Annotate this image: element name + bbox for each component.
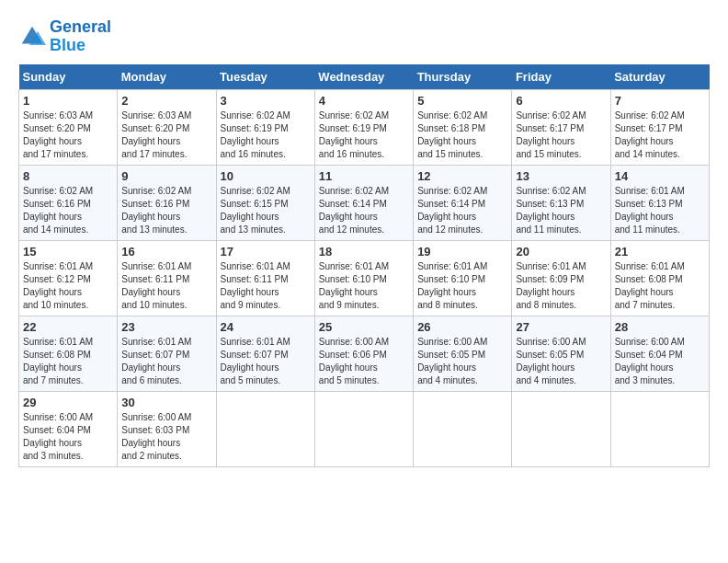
day-info: Sunrise: 6:02 AMSunset: 6:16 PMDaylight … — [23, 185, 113, 236]
day-number: 18 — [319, 245, 409, 259]
day-number: 8 — [23, 169, 113, 183]
day-info: Sunrise: 6:01 AMSunset: 6:08 PMDaylight … — [23, 336, 113, 387]
day-number: 10 — [221, 169, 311, 183]
calendar-cell: 15Sunrise: 6:01 AMSunset: 6:12 PMDayligh… — [19, 240, 118, 316]
calendar-cell: 27Sunrise: 6:00 AMSunset: 6:05 PMDayligh… — [512, 316, 610, 391]
calendar-cell — [216, 391, 314, 466]
day-number: 16 — [121, 245, 211, 259]
day-number: 7 — [615, 94, 705, 108]
calendar-cell — [314, 391, 413, 466]
day-number: 21 — [615, 245, 705, 259]
calendar-header-row: SundayMondayTuesdayWednesdayThursdayFrid… — [19, 64, 710, 90]
calendar-cell — [610, 391, 709, 466]
page-header: General Blue — [18, 18, 710, 55]
day-info: Sunrise: 6:01 AMSunset: 6:08 PMDaylight … — [615, 260, 705, 312]
day-number: 23 — [121, 320, 211, 334]
day-info: Sunrise: 6:02 AMSunset: 6:14 PMDaylight … — [319, 185, 409, 236]
calendar-day-header: Monday — [118, 64, 216, 90]
logo: General Blue — [18, 18, 111, 55]
day-info: Sunrise: 6:01 AMSunset: 6:12 PMDaylight … — [23, 260, 113, 312]
day-info: Sunrise: 6:00 AMSunset: 6:06 PMDaylight … — [319, 336, 409, 387]
calendar-table: SundayMondayTuesdayWednesdayThursdayFrid… — [18, 64, 710, 467]
day-info: Sunrise: 6:01 AMSunset: 6:07 PMDaylight … — [121, 336, 211, 387]
calendar-cell: 1Sunrise: 6:03 AMSunset: 6:20 PMDaylight… — [19, 89, 118, 165]
day-number: 17 — [221, 245, 311, 259]
day-info: Sunrise: 6:02 AMSunset: 6:19 PMDaylight … — [319, 109, 409, 161]
calendar-cell: 25Sunrise: 6:00 AMSunset: 6:06 PMDayligh… — [314, 316, 413, 391]
calendar-cell: 18Sunrise: 6:01 AMSunset: 6:10 PMDayligh… — [314, 240, 413, 316]
day-info: Sunrise: 6:00 AMSunset: 6:04 PMDaylight … — [23, 411, 113, 463]
calendar-cell: 10Sunrise: 6:02 AMSunset: 6:15 PMDayligh… — [216, 165, 314, 240]
calendar-cell: 29Sunrise: 6:00 AMSunset: 6:04 PMDayligh… — [19, 391, 118, 466]
logo-icon — [18, 23, 46, 51]
calendar-week-row: 15Sunrise: 6:01 AMSunset: 6:12 PMDayligh… — [19, 240, 710, 316]
day-number: 15 — [23, 245, 113, 259]
calendar-cell: 26Sunrise: 6:00 AMSunset: 6:05 PMDayligh… — [414, 316, 512, 391]
day-number: 5 — [417, 94, 507, 108]
day-number: 11 — [319, 169, 409, 183]
calendar-day-header: Saturday — [610, 64, 709, 90]
logo-text: General Blue — [50, 18, 111, 55]
day-number: 29 — [23, 396, 113, 409]
day-number: 4 — [319, 94, 409, 108]
day-info: Sunrise: 6:01 AMSunset: 6:13 PMDaylight … — [615, 185, 705, 236]
calendar-week-row: 8Sunrise: 6:02 AMSunset: 6:16 PMDaylight… — [19, 165, 710, 240]
day-number: 14 — [615, 169, 705, 183]
calendar-cell: 17Sunrise: 6:01 AMSunset: 6:11 PMDayligh… — [216, 240, 314, 316]
calendar-cell: 13Sunrise: 6:02 AMSunset: 6:13 PMDayligh… — [512, 165, 610, 240]
day-number: 1 — [23, 94, 113, 108]
day-info: Sunrise: 6:02 AMSunset: 6:18 PMDaylight … — [417, 109, 507, 161]
day-info: Sunrise: 6:00 AMSunset: 6:05 PMDaylight … — [516, 336, 606, 387]
calendar-cell: 4Sunrise: 6:02 AMSunset: 6:19 PMDaylight… — [314, 89, 413, 165]
calendar-cell: 5Sunrise: 6:02 AMSunset: 6:18 PMDaylight… — [414, 89, 512, 165]
calendar-cell — [414, 391, 512, 466]
calendar-cell: 7Sunrise: 6:02 AMSunset: 6:17 PMDaylight… — [610, 89, 709, 165]
calendar-cell: 3Sunrise: 6:02 AMSunset: 6:19 PMDaylight… — [216, 89, 314, 165]
day-info: Sunrise: 6:02 AMSunset: 6:14 PMDaylight … — [417, 185, 507, 236]
calendar-cell: 19Sunrise: 6:01 AMSunset: 6:10 PMDayligh… — [414, 240, 512, 316]
day-info: Sunrise: 6:02 AMSunset: 6:19 PMDaylight … — [221, 109, 311, 161]
day-info: Sunrise: 6:02 AMSunset: 6:15 PMDaylight … — [221, 185, 311, 236]
calendar-cell: 24Sunrise: 6:01 AMSunset: 6:07 PMDayligh… — [216, 316, 314, 391]
day-number: 25 — [319, 320, 409, 334]
day-number: 12 — [417, 169, 507, 183]
calendar-cell: 14Sunrise: 6:01 AMSunset: 6:13 PMDayligh… — [610, 165, 709, 240]
calendar-week-row: 22Sunrise: 6:01 AMSunset: 6:08 PMDayligh… — [19, 316, 710, 391]
day-info: Sunrise: 6:00 AMSunset: 6:03 PMDaylight … — [121, 411, 211, 463]
calendar-cell: 22Sunrise: 6:01 AMSunset: 6:08 PMDayligh… — [19, 316, 118, 391]
day-number: 6 — [516, 94, 606, 108]
day-info: Sunrise: 6:01 AMSunset: 6:11 PMDaylight … — [121, 260, 211, 312]
calendar-cell: 20Sunrise: 6:01 AMSunset: 6:09 PMDayligh… — [512, 240, 610, 316]
calendar-week-row: 1Sunrise: 6:03 AMSunset: 6:20 PMDaylight… — [19, 89, 710, 165]
calendar-cell — [512, 391, 610, 466]
calendar-day-header: Friday — [512, 64, 610, 90]
day-info: Sunrise: 6:02 AMSunset: 6:17 PMDaylight … — [516, 109, 606, 161]
calendar-day-header: Sunday — [19, 64, 118, 90]
day-number: 9 — [121, 169, 211, 183]
day-number: 13 — [516, 169, 606, 183]
day-number: 30 — [121, 396, 211, 409]
calendar-cell: 9Sunrise: 6:02 AMSunset: 6:16 PMDaylight… — [118, 165, 216, 240]
calendar-cell: 30Sunrise: 6:00 AMSunset: 6:03 PMDayligh… — [118, 391, 216, 466]
day-info: Sunrise: 6:00 AMSunset: 6:04 PMDaylight … — [615, 336, 705, 387]
day-number: 28 — [615, 320, 705, 334]
day-info: Sunrise: 6:03 AMSunset: 6:20 PMDaylight … — [23, 109, 113, 161]
day-info: Sunrise: 6:01 AMSunset: 6:10 PMDaylight … — [417, 260, 507, 312]
day-number: 2 — [121, 94, 211, 108]
day-number: 27 — [516, 320, 606, 334]
day-info: Sunrise: 6:02 AMSunset: 6:13 PMDaylight … — [516, 185, 606, 236]
day-info: Sunrise: 6:01 AMSunset: 6:09 PMDaylight … — [516, 260, 606, 312]
day-number: 3 — [221, 94, 311, 108]
calendar-cell: 8Sunrise: 6:02 AMSunset: 6:16 PMDaylight… — [19, 165, 118, 240]
day-info: Sunrise: 6:01 AMSunset: 6:07 PMDaylight … — [221, 336, 311, 387]
calendar-day-header: Wednesday — [314, 64, 413, 90]
day-info: Sunrise: 6:01 AMSunset: 6:10 PMDaylight … — [319, 260, 409, 312]
calendar-cell: 12Sunrise: 6:02 AMSunset: 6:14 PMDayligh… — [414, 165, 512, 240]
calendar-day-header: Tuesday — [216, 64, 314, 90]
calendar-cell: 16Sunrise: 6:01 AMSunset: 6:11 PMDayligh… — [118, 240, 216, 316]
calendar-cell: 6Sunrise: 6:02 AMSunset: 6:17 PMDaylight… — [512, 89, 610, 165]
day-number: 22 — [23, 320, 113, 334]
day-number: 26 — [417, 320, 507, 334]
calendar-cell: 28Sunrise: 6:00 AMSunset: 6:04 PMDayligh… — [610, 316, 709, 391]
day-number: 20 — [516, 245, 606, 259]
